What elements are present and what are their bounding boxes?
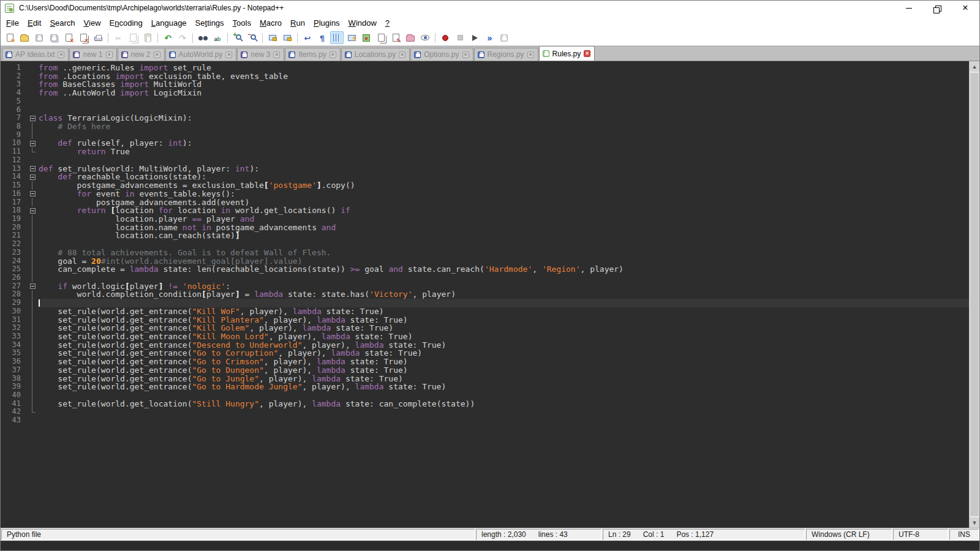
code-line[interactable]: 4from ..AutoWorld import LogicMixin (1, 89, 969, 97)
code-line[interactable]: 22 (1, 240, 969, 249)
code-line[interactable]: 3from BaseClasses import MultiWorld (1, 80, 969, 89)
code-line[interactable]: 43 (1, 416, 969, 425)
tab-close-icon[interactable]: × (106, 51, 113, 58)
code-line[interactable]: 36 set_rule(world.get_entrance("Go to Cr… (1, 358, 969, 366)
fold-margin[interactable] (26, 173, 39, 181)
code-line[interactable]: 35 set_rule(world.get_entrance("Go to Co… (1, 349, 969, 358)
tab-close-icon[interactable]: × (225, 51, 232, 58)
tab-close-icon[interactable]: × (462, 51, 469, 58)
code-line[interactable]: 41 set_rule(world.get_location("Still Hu… (1, 400, 969, 408)
code-editor[interactable]: 1from ..generic.Rules import set_rule2fr… (1, 61, 969, 528)
status-insert-mode[interactable]: INS (949, 529, 979, 540)
tab-new-1[interactable]: new 1× (69, 48, 116, 61)
sync-h-scroll-button[interactable] (281, 31, 294, 44)
doc-map-button[interactable] (360, 31, 373, 44)
code-line[interactable]: 28 world.completion_condition[player] = … (1, 290, 969, 299)
code-line[interactable]: 12 (1, 156, 969, 165)
code-line[interactable]: 30 set_rule(world.get_entrance("Kill WoF… (1, 307, 969, 316)
code-line[interactable]: 17 postgame_advancements.add(event) (1, 198, 969, 207)
replace-button[interactable]: ab (211, 31, 224, 44)
code-line[interactable]: 40 (1, 391, 969, 400)
tab-close-icon[interactable]: × (273, 51, 280, 58)
code-line[interactable]: 34 set_rule(world.get_entrance("Descend … (1, 341, 969, 350)
tab-close-icon[interactable]: × (527, 51, 534, 58)
menu-macro[interactable]: Macro (255, 17, 286, 29)
code-line[interactable]: 42 (1, 408, 969, 416)
fold-margin[interactable] (26, 114, 39, 122)
code-line[interactable]: 14 def reachable_locations(state): (1, 173, 969, 181)
code-line[interactable]: 31 set_rule(world.get_entrance("Kill Pla… (1, 316, 969, 324)
code-line[interactable]: 23 # 88 total achievements. Goal is to d… (1, 249, 969, 257)
macro-record-button[interactable] (439, 31, 452, 44)
menu-window[interactable]: Window (344, 17, 381, 29)
tab-options-py[interactable]: Options.py× (410, 48, 473, 61)
code-line[interactable]: 2from .Locations import exclusion_table,… (1, 72, 969, 81)
tab-close-icon[interactable]: × (584, 50, 590, 57)
code-line[interactable]: 13def set_rules(world: MultiWorld, playe… (1, 165, 969, 173)
code-line[interactable]: 20 location.name not in postgame_advance… (1, 223, 969, 232)
code-line[interactable]: 15 postgame_advancements = exclusion_tab… (1, 181, 969, 190)
menu-plugins[interactable]: Plugins (309, 17, 344, 29)
code-line[interactable]: 8 # Defs here (1, 122, 969, 131)
menu-run[interactable]: Run (286, 17, 309, 29)
menu-view[interactable]: View (80, 17, 105, 29)
print-button[interactable] (91, 31, 105, 44)
menu-edit[interactable]: Edit (23, 17, 45, 29)
tab-items-py[interactable]: Items.py× (285, 48, 340, 61)
code-line[interactable]: 26 (1, 274, 969, 282)
code-line[interactable]: 11 return True (1, 148, 969, 156)
tab-close-icon[interactable]: × (399, 51, 405, 58)
code-line[interactable]: 37 set_rule(world.get_entrance("Go to Du… (1, 366, 969, 375)
tab-ap-ideas-txt[interactable]: AP Ideas.txt× (2, 48, 69, 61)
code-line[interactable]: 25 can_complete = lambda state: len(reac… (1, 265, 969, 274)
new-file-button[interactable] (3, 31, 17, 44)
scrollbar-thumb[interactable] (970, 73, 979, 516)
restore-button[interactable] (923, 1, 951, 15)
vertical-scrollbar[interactable]: ▲ ▼ (969, 61, 979, 528)
code-line[interactable]: 33 set_rule(world.get_entrance("Kill Moo… (1, 332, 969, 341)
tab-rules-py[interactable]: Rules.py× (539, 46, 595, 61)
zoom-out-button[interactable] (246, 31, 259, 44)
code-line[interactable]: 6 (1, 106, 969, 114)
fold-margin[interactable] (26, 190, 39, 198)
status-eol-format[interactable]: Windows (CR LF) (806, 529, 892, 540)
fold-margin[interactable] (26, 282, 39, 291)
code-line[interactable]: 21 location.can_reach(state)] (1, 231, 969, 240)
tab-close-icon[interactable]: × (58, 51, 64, 58)
tab-autoworld-py[interactable]: AutoWorld.py× (165, 48, 237, 61)
scroll-down-icon[interactable]: ▼ (970, 517, 979, 528)
menu-file[interactable]: File (2, 17, 23, 29)
code-line[interactable]: 32 set_rule(world.get_entrance("Kill Gol… (1, 324, 969, 332)
menu-tools[interactable]: Tools (228, 17, 255, 29)
fold-margin[interactable] (26, 206, 39, 215)
doc-switcher-button[interactable] (374, 31, 388, 44)
scrollbar-track[interactable] (970, 72, 979, 517)
monitoring-button[interactable] (418, 31, 432, 44)
status-encoding[interactable]: UTF-8 (893, 529, 948, 540)
macro-run-multiple-button[interactable]: » (483, 31, 496, 44)
folder-workspace-button[interactable] (404, 31, 417, 44)
code-line[interactable]: 9 (1, 131, 969, 140)
indent-guide-button[interactable] (330, 31, 344, 44)
fold-margin[interactable] (26, 139, 39, 148)
close-all-button[interactable] (77, 31, 90, 44)
code-line[interactable]: 10 def rule(self, player: int): (1, 139, 969, 148)
menu-search[interactable]: Search (45, 17, 79, 29)
tab-new-2[interactable]: new 2× (118, 48, 165, 61)
code-line[interactable]: 1from ..generic.Rules import set_rule (1, 64, 969, 72)
code-line[interactable]: 39 set_rule(world.get_entrance("Go to Ha… (1, 383, 969, 391)
macro-play-button[interactable] (468, 31, 481, 44)
close-button[interactable] (62, 31, 75, 44)
menu-settings[interactable]: Settings (191, 17, 228, 29)
open-button[interactable] (18, 31, 31, 44)
function-list-button[interactable] (389, 31, 402, 44)
menu-help[interactable]: ? (381, 17, 394, 29)
code-line[interactable]: 18 return [location for location in worl… (1, 206, 969, 215)
code-line[interactable]: 7class TerrariaLogic(LogicMixin): (1, 114, 969, 122)
tab-close-icon[interactable]: × (330, 51, 336, 58)
word-wrap-button[interactable]: ↩ (301, 31, 314, 44)
code-line[interactable]: 27 if world.logic[player] != 'nologic': (1, 282, 969, 291)
function-completion-button[interactable] (345, 31, 358, 44)
tab-locations-py[interactable]: Locations.py× (341, 48, 410, 61)
find-button[interactable] (196, 31, 209, 44)
